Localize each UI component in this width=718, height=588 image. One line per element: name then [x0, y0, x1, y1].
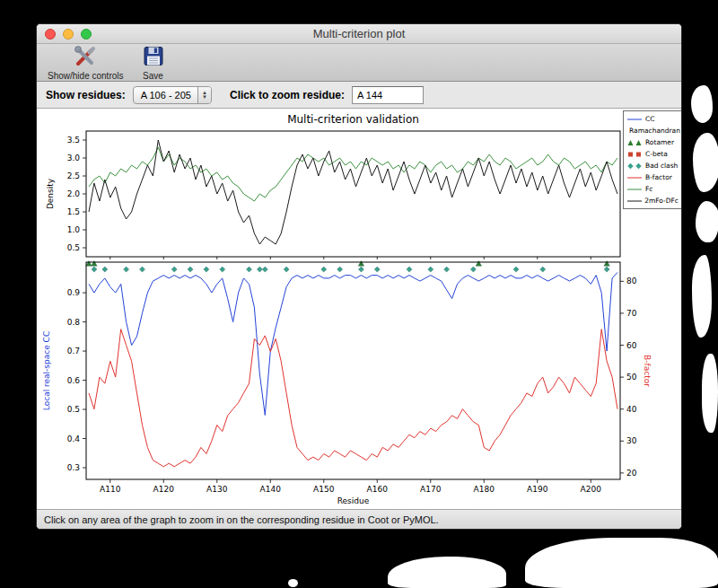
toolbar: Show/hide controls Save [37, 44, 681, 82]
xtick-label: A160 [367, 485, 389, 494]
residue-range-select[interactable]: A 106 - 205 ▲▼ [133, 86, 212, 104]
cc-ytick-label: 0.9 [67, 288, 81, 297]
legend-entry-ramachandran: Ramachandran [626, 126, 679, 136]
marker-bad-clash [470, 267, 476, 272]
legend-glyph-line [626, 116, 643, 123]
xtick-label: A200 [581, 485, 602, 494]
status-bar: Click on any area of the graph to zoom i… [37, 509, 681, 529]
bfactor-ytick-label: 80 [626, 276, 637, 285]
top-ytick-label: 3.5 [67, 136, 80, 145]
top-ytick-label: 2.0 [67, 189, 81, 198]
scan-artifact [288, 579, 298, 587]
minimize-button[interactable] [63, 29, 74, 39]
marker-bad-clash [604, 267, 609, 272]
legend-glyph-line [626, 186, 643, 193]
cc-ytick-label: 0.3 [67, 463, 80, 472]
marker-rotamer [476, 261, 481, 267]
scan-artifact [696, 201, 718, 242]
save-label: Save [143, 71, 163, 81]
marker-bad-clash [92, 267, 97, 272]
cc-ytick-label: 0.4 [67, 434, 81, 443]
chart-legend: CCRamachandranRotamerC-betaBad clashB-fa… [623, 110, 682, 209]
status-text: Click on any area of the graph to zoom i… [44, 514, 439, 525]
zoom-residue-label: Click to zoom residue: [230, 89, 345, 101]
controls-bar: Show residues: A 106 - 205 ▲▼ Click to z… [37, 82, 681, 109]
scan-artifact [702, 354, 718, 433]
top-ytick-label: 0.5 [67, 243, 80, 252]
top-axes-border [86, 131, 620, 257]
marker-bad-clash [204, 267, 209, 272]
marker-bad-clash [540, 267, 546, 272]
scan-artifact [691, 85, 713, 123]
marker-bad-clash [513, 267, 519, 272]
legend-label: B-factor [645, 173, 672, 181]
marker-bad-clash [321, 267, 327, 272]
cc-ytick-label: 0.6 [67, 376, 81, 385]
close-button[interactable] [45, 29, 56, 39]
legend-entry-rotamer: Rotamer [626, 137, 679, 147]
legend-glyph-triangles [626, 139, 643, 146]
scan-artifact [693, 133, 718, 192]
scan-artifact [388, 557, 506, 588]
window-title: Multi-criterion plot [37, 27, 681, 40]
top-ytick-label: 2.5 [67, 171, 80, 180]
right-ylabel: B-factor [643, 355, 652, 387]
legend-label: CC [645, 115, 654, 123]
top-ytick-label: 1.5 [67, 207, 80, 216]
show-hide-controls-button[interactable]: Show/hide controls [48, 46, 124, 81]
stepper-arrows-icon: ▲▼ [197, 87, 211, 103]
legend-entry-bad-clash: Bad clash [626, 161, 679, 171]
legend-glyph-line [626, 197, 642, 205]
bottom-plot-line-B-factor [89, 329, 617, 467]
marker-bad-clash [444, 267, 450, 272]
top-ylabel: Density [46, 178, 55, 209]
legend-label: C-beta [645, 150, 668, 158]
xtick-label: A110 [100, 485, 121, 494]
marker-bad-clash [171, 267, 177, 272]
bfactor-ytick-label: 70 [626, 309, 637, 318]
bottom-axes-border [86, 262, 620, 479]
legend-label: Ramachandran [629, 127, 680, 135]
plot-panel[interactable]: 0.51.01.52.02.53.03.5Density0.30.40.50.6… [37, 109, 681, 509]
legend-entry-cc: CC [626, 114, 679, 124]
xtick-label: A120 [153, 485, 175, 494]
legend-glyph-squares [626, 151, 643, 158]
left-ylabel: Local real-space CC [42, 331, 51, 410]
traffic-lights [45, 24, 92, 43]
legend-entry-2mfo-dfc: 2mFo-DFc [626, 196, 679, 206]
marker-rotamer [86, 261, 92, 267]
marker-bad-clash [262, 267, 267, 272]
marker-rotamer [604, 261, 609, 267]
bfactor-ytick-label: 20 [626, 469, 637, 478]
cc-ytick-label: 0.5 [67, 405, 80, 414]
top-ytick-label: 3.0 [67, 154, 81, 162]
tools-icon [74, 46, 97, 71]
cc-ytick-label: 0.8 [67, 318, 81, 327]
xtick-label: A170 [420, 485, 442, 494]
marker-bad-clash [358, 267, 363, 272]
marker-bad-clash [407, 267, 412, 272]
bottom-plot-line-CC [89, 272, 617, 415]
marker-bad-clash [124, 267, 129, 272]
xtick-label: A150 [313, 485, 335, 494]
title-bar[interactable]: Multi-criterion plot [37, 24, 681, 44]
legend-label: Bad clash [645, 162, 678, 170]
legend-glyph-line [626, 174, 643, 181]
show-hide-controls-label: Show/hide controls [48, 71, 124, 81]
figure-canvas[interactable]: 0.51.01.52.02.53.03.5Density0.30.40.50.6… [37, 109, 682, 511]
zoom-window-button[interactable] [81, 29, 92, 39]
legend-label: Fc [645, 185, 652, 193]
marker-bad-clash [374, 267, 380, 272]
marker-bad-clash [220, 267, 225, 272]
scan-artifact [525, 538, 718, 588]
legend-entry-fc: Fc [626, 184, 679, 194]
marker-bad-clash [246, 267, 251, 272]
chart-title: Multi-criterion validation [86, 113, 620, 126]
legend-label: Rotamer [645, 138, 674, 146]
save-button[interactable]: Save [142, 46, 165, 81]
marker-rotamer [92, 261, 97, 267]
cc-ytick-label: 0.7 [67, 347, 80, 355]
app-window: Multi-criterion plot Show/hide controls [36, 23, 682, 530]
zoom-residue-input[interactable] [352, 86, 424, 104]
marker-bad-clash [139, 267, 144, 272]
